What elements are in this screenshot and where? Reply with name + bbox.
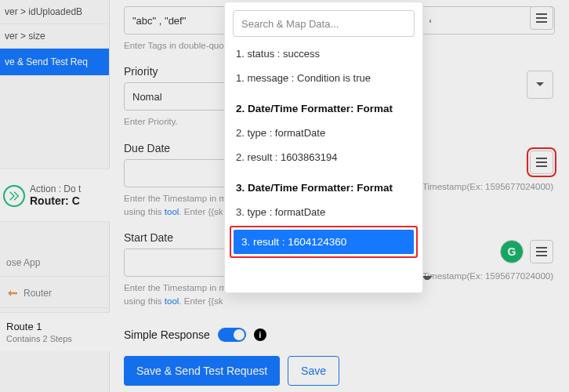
route-subtitle: Contains 2 Steps (6, 334, 103, 343)
info-icon[interactable]: i (254, 328, 266, 341)
search-placeholder: Search & Map Data... (241, 18, 339, 30)
map-group-heading: 2. Date/Time Formatter: Format (225, 90, 422, 121)
router-glyph-icon (6, 287, 19, 299)
map-data-dropdown[interactable]: Search & Map Data... 1. status : success… (224, 2, 423, 293)
save-send-button[interactable]: Save & Send Test Request (124, 356, 280, 386)
grammarly-badge-icon[interactable]: G (500, 240, 524, 263)
action-label: Action : Do t (30, 183, 105, 194)
left-sidebar: ver > idUploadedB ver > size ve & Send T… (0, 0, 110, 392)
map-option[interactable]: 2. type : formatDate (225, 121, 422, 145)
map-option[interactable]: 2. result : 1603863194 (225, 145, 422, 169)
router-row[interactable]: Router (0, 279, 110, 308)
priority-dropdown-caret[interactable] (527, 71, 553, 99)
hamburger-icon[interactable] (530, 6, 553, 30)
route-title: Route 1 (6, 321, 103, 332)
route-card[interactable]: Route 1 Contains 2 Steps (0, 312, 110, 351)
scrollbar[interactable] (429, 20, 432, 288)
action-title: Router: C (30, 194, 105, 207)
map-option[interactable]: 1. status : success (225, 42, 422, 66)
tool-link[interactable]: tool (165, 296, 179, 306)
map-group-heading: 3. Date/Time Formatter: Format (225, 169, 422, 200)
hamburger-icon[interactable] (530, 240, 553, 263)
map-option-selected[interactable]: 3. result : 1604124360 (234, 230, 414, 254)
map-option[interactable]: 3. type : formatDate (225, 200, 422, 224)
send-test-request-side[interactable]: ve & Send Test Req (0, 49, 109, 75)
breadcrumb-1[interactable]: ver > idUploadedB (0, 0, 109, 24)
selected-option-highlight: 3. result : 1604124360 (230, 226, 418, 258)
simple-response-toggle[interactable] (218, 328, 246, 342)
simple-response-label: Simple Response (124, 328, 210, 341)
router-icon (3, 185, 25, 207)
tool-link[interactable]: tool (165, 207, 179, 216)
start-date-ts-example: Timestamp(Ex: 1595677024000) (422, 271, 553, 281)
action-card[interactable]: Action : Do t Router: C (0, 169, 110, 222)
due-date-ts-example: Timestamp(Ex: 1595677024000) (422, 182, 553, 191)
map-option[interactable]: 1. message : Condition is true (225, 66, 422, 90)
breadcrumb-2[interactable]: ver > size (0, 24, 109, 49)
search-input[interactable]: Search & Map Data... (233, 10, 415, 37)
save-button[interactable]: Save (288, 356, 339, 386)
hamburger-icon[interactable] (530, 151, 553, 174)
choose-app-row[interactable]: ose App (0, 249, 110, 277)
